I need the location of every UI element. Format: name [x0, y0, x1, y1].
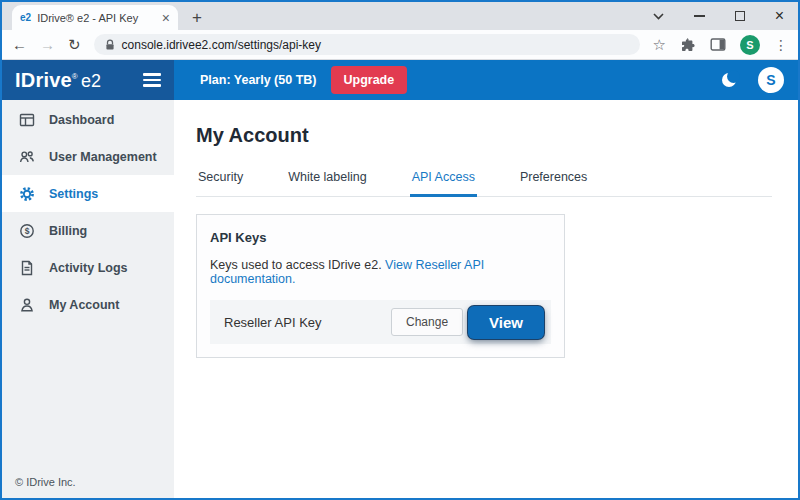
users-icon: [18, 148, 36, 166]
tab-security[interactable]: Security: [196, 162, 245, 197]
page-body: Dashboard User Management Settings $ Bil…: [2, 100, 798, 498]
address-bar[interactable]: console.idrivee2.com/settings/api-key: [94, 34, 640, 55]
description-text: Keys used to access IDrive e2.: [210, 258, 385, 272]
browser-menu-icon[interactable]: ⋮: [774, 38, 788, 52]
browser-window: e2 IDrive® e2 - API Key × + × ← → ↻ cons…: [0, 0, 800, 500]
logo-suffix: e2: [81, 71, 101, 91]
account-tabs: Security White labeling API Access Prefe…: [196, 162, 772, 197]
minimize-button[interactable]: [694, 15, 705, 17]
sidebar-item-user-management[interactable]: User Management: [2, 138, 174, 175]
sidebar-item-settings[interactable]: Settings: [2, 175, 174, 212]
svg-text:$: $: [25, 226, 30, 236]
sidebar: Dashboard User Management Settings $ Bil…: [2, 100, 174, 498]
tab-white-labeling[interactable]: White labeling: [286, 162, 369, 197]
reload-icon[interactable]: ↻: [68, 37, 81, 52]
sidebar-item-label: Settings: [49, 187, 98, 201]
card-description: Keys used to access IDrive e2. View Rese…: [210, 258, 551, 286]
logo-zone: IDrive®e2: [2, 60, 174, 100]
sidebar-item-label: Dashboard: [49, 113, 114, 127]
logo-text: IDrive: [15, 69, 72, 91]
card-title: API Keys: [210, 230, 551, 245]
browser-tab-strip: e2 IDrive® e2 - API Key × + ×: [2, 2, 798, 30]
main-content: My Account Security White labeling API A…: [174, 100, 798, 498]
hamburger-menu-icon[interactable]: [143, 73, 161, 87]
tab-api-access[interactable]: API Access: [410, 162, 477, 197]
app-header-bar: Plan: Yearly (50 TB) Upgrade S: [174, 60, 798, 100]
account-avatar[interactable]: S: [758, 67, 784, 93]
sidebar-item-my-account[interactable]: My Account: [2, 286, 174, 323]
extensions-puzzle-icon[interactable]: [680, 37, 696, 53]
browser-tab[interactable]: e2 IDrive® e2 - API Key ×: [12, 5, 178, 30]
sidebar-item-dashboard[interactable]: Dashboard: [2, 101, 174, 138]
tab-title: IDrive® e2 - API Key: [37, 12, 156, 24]
billing-dollar-icon: $: [18, 222, 36, 240]
page-title: My Account: [196, 124, 798, 147]
side-panel-icon[interactable]: [710, 37, 726, 52]
dashboard-icon: [18, 111, 36, 129]
back-icon[interactable]: ←: [12, 37, 27, 52]
logo-registered-mark: ®: [72, 72, 78, 81]
app-header: IDrive®e2 Plan: Yearly (50 TB) Upgrade S: [2, 60, 798, 100]
sidebar-item-label: My Account: [49, 298, 119, 312]
window-controls: ×: [653, 2, 784, 30]
browser-profile-avatar[interactable]: S: [740, 35, 760, 55]
url-text: console.idrivee2.com/settings/api-key: [122, 38, 321, 52]
maximize-button[interactable]: [735, 11, 745, 21]
sidebar-item-label: Activity Logs: [49, 261, 128, 275]
toolbar-actions: ☆ S ⋮: [653, 35, 788, 55]
forward-icon[interactable]: →: [40, 37, 55, 52]
upgrade-button[interactable]: Upgrade: [331, 66, 408, 94]
new-tab-button[interactable]: +: [192, 9, 202, 26]
change-button[interactable]: Change: [391, 308, 463, 336]
idrive-e2-logo: IDrive®e2: [15, 69, 101, 92]
copyright-footer: © IDrive Inc.: [15, 476, 76, 488]
sidebar-item-billing[interactable]: $ Billing: [2, 212, 174, 249]
reseller-api-key-label: Reseller API Key: [224, 315, 391, 330]
gear-icon: [18, 185, 36, 203]
view-button[interactable]: View: [468, 306, 544, 339]
plan-label: Plan: Yearly (50 TB): [200, 73, 317, 87]
window-close-button[interactable]: ×: [775, 8, 784, 24]
person-icon: [18, 296, 36, 314]
dark-mode-moon-icon[interactable]: [722, 73, 736, 87]
lock-icon[interactable]: [105, 39, 115, 51]
api-keys-card: API Keys Keys used to access IDrive e2. …: [196, 214, 565, 358]
bookmark-star-icon[interactable]: ☆: [653, 37, 666, 52]
tab-preferences[interactable]: Preferences: [518, 162, 589, 197]
sidebar-item-activity-logs[interactable]: Activity Logs: [2, 249, 174, 286]
tab-close-icon[interactable]: ×: [162, 11, 170, 25]
sidebar-item-label: User Management: [49, 150, 157, 164]
reseller-api-key-row: Reseller API Key Change View: [210, 300, 551, 344]
site-favicon: e2: [20, 12, 31, 23]
document-icon: [18, 259, 36, 277]
browser-toolbar: ← → ↻ console.idrivee2.com/settings/api-…: [2, 30, 798, 60]
sidebar-item-label: Billing: [49, 224, 87, 238]
tab-search-chevron-icon[interactable]: [653, 13, 664, 20]
